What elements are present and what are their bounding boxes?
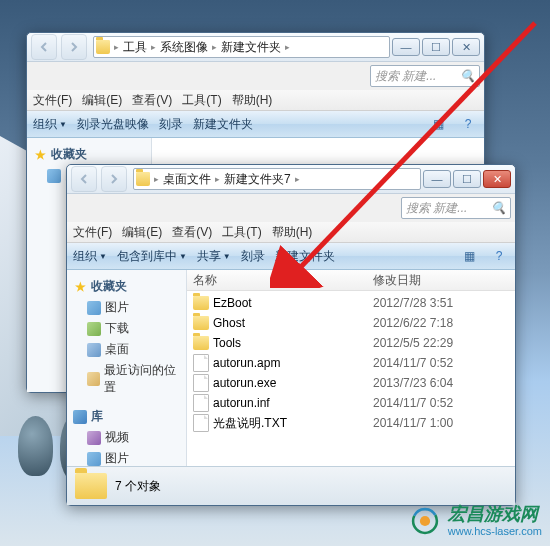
menu-file[interactable]: 文件(F) xyxy=(73,224,112,241)
minimize-button[interactable]: — xyxy=(392,38,420,56)
sidebar-item-recent[interactable]: 最近访问的位置 xyxy=(69,360,184,398)
nav-back-button[interactable] xyxy=(31,34,57,60)
menu-edit[interactable]: 编辑(E) xyxy=(122,224,162,241)
folder-icon xyxy=(193,316,209,330)
tool-burn[interactable]: 刻录 xyxy=(241,248,265,265)
close-button[interactable]: ✕ xyxy=(483,170,511,188)
tool-new-folder[interactable]: 新建文件夹 xyxy=(193,116,253,133)
menu-view[interactable]: 查看(V) xyxy=(172,224,212,241)
star-icon: ★ xyxy=(73,280,87,294)
file-date: 2014/11/7 1:00 xyxy=(373,416,453,430)
pictures-icon xyxy=(87,452,101,466)
maximize-button[interactable]: ☐ xyxy=(422,38,450,56)
search-icon: 🔍 xyxy=(460,69,475,83)
recent-icon xyxy=(87,372,100,386)
explorer-window-2: ▸ 桌面文件 ▸ 新建文件夹7 ▸ — ☐ ✕ 搜索 新建... 🔍 文件(F)… xyxy=(66,164,516,506)
sidebar-item-pictures[interactable]: 图片 xyxy=(69,448,184,466)
tool-new-folder[interactable]: 新建文件夹 xyxy=(275,248,335,265)
sidebar-item-videos[interactable]: 视频 xyxy=(69,427,184,448)
breadcrumb-segment[interactable]: 工具 xyxy=(123,39,147,56)
menu-bar: 文件(F) 编辑(E) 查看(V) 工具(T) 帮助(H) xyxy=(67,222,515,243)
file-row[interactable]: Ghost2012/6/22 7:18 xyxy=(187,313,515,333)
sidebar-item-pictures[interactable]: 图片 xyxy=(69,297,184,318)
column-name[interactable]: 名称 xyxy=(193,272,373,289)
breadcrumb-segment[interactable]: 系统图像 xyxy=(160,39,208,56)
chevron-right-icon: ▸ xyxy=(149,42,158,52)
chevron-right-icon: ▸ xyxy=(152,174,161,184)
file-date: 2012/5/5 22:29 xyxy=(373,336,453,350)
sidebar-item-downloads[interactable]: 下载 xyxy=(69,318,184,339)
videos-icon xyxy=(87,431,101,445)
address-bar[interactable]: ▸ 桌面文件 ▸ 新建文件夹7 ▸ xyxy=(133,168,421,190)
file-row[interactable]: autorun.apm2014/11/7 0:52 xyxy=(187,353,515,373)
view-options-icon[interactable]: ▦ xyxy=(428,114,448,134)
file-icon xyxy=(193,354,209,372)
watermark-logo-icon xyxy=(408,504,442,538)
sidebar-item-desktop[interactable]: 桌面 xyxy=(69,339,184,360)
chevron-right-icon: ▸ xyxy=(293,174,302,184)
title-bar[interactable]: ▸ 工具 ▸ 系统图像 ▸ 新建文件夹 ▸ — ☐ ✕ xyxy=(27,33,484,62)
library-icon xyxy=(73,410,87,424)
sidebar-favorites[interactable]: ★收藏夹 xyxy=(29,144,149,165)
tree-decor xyxy=(18,416,53,476)
menu-help[interactable]: 帮助(H) xyxy=(232,92,273,109)
file-name: autorun.inf xyxy=(213,396,270,410)
title-bar[interactable]: ▸ 桌面文件 ▸ 新建文件夹7 ▸ — ☐ ✕ xyxy=(67,165,515,194)
folder-icon xyxy=(193,336,209,350)
file-row[interactable]: Tools2012/5/5 22:29 xyxy=(187,333,515,353)
breadcrumb-segment[interactable]: 桌面文件 xyxy=(163,171,211,188)
address-bar[interactable]: ▸ 工具 ▸ 系统图像 ▸ 新建文件夹 ▸ xyxy=(93,36,390,58)
nav-back-button[interactable] xyxy=(71,166,97,192)
file-list: 名称 修改日期 EzBoot2012/7/28 3:51Ghost2012/6/… xyxy=(187,270,515,466)
nav-forward-button[interactable] xyxy=(61,34,87,60)
file-date: 2012/7/28 3:51 xyxy=(373,296,453,310)
menu-tools[interactable]: 工具(T) xyxy=(182,92,221,109)
toolbar: 组织▼ 刻录光盘映像 刻录 新建文件夹 ▦ ? xyxy=(27,111,484,138)
file-name: Ghost xyxy=(213,316,245,330)
breadcrumb-segment[interactable]: 新建文件夹 xyxy=(221,39,281,56)
search-input[interactable]: 搜索 新建... 🔍 xyxy=(370,65,480,87)
nav-forward-button[interactable] xyxy=(101,166,127,192)
menu-tools[interactable]: 工具(T) xyxy=(222,224,261,241)
search-placeholder: 搜索 新建... xyxy=(375,68,436,85)
file-date: 2014/11/7 0:52 xyxy=(373,396,453,410)
menu-bar: 文件(F) 编辑(E) 查看(V) 工具(T) 帮助(H) xyxy=(27,90,484,111)
column-headers[interactable]: 名称 修改日期 xyxy=(187,270,515,291)
tool-include[interactable]: 包含到库中▼ xyxy=(117,248,187,265)
svg-point-2 xyxy=(420,516,430,526)
folder-icon xyxy=(136,172,150,186)
file-row[interactable]: autorun.exe2013/7/23 6:04 xyxy=(187,373,515,393)
file-icon xyxy=(193,374,209,392)
menu-file[interactable]: 文件(F) xyxy=(33,92,72,109)
tool-organize[interactable]: 组织▼ xyxy=(33,116,67,133)
minimize-button[interactable]: — xyxy=(423,170,451,188)
watermark-url: www.hcs-laser.com xyxy=(448,525,542,537)
file-name: EzBoot xyxy=(213,296,252,310)
chevron-right-icon: ▸ xyxy=(283,42,292,52)
menu-edit[interactable]: 编辑(E) xyxy=(82,92,122,109)
file-name: Tools xyxy=(213,336,241,350)
tool-share[interactable]: 共享▼ xyxy=(197,248,231,265)
file-row[interactable]: autorun.inf2014/11/7 0:52 xyxy=(187,393,515,413)
breadcrumb-segment[interactable]: 新建文件夹7 xyxy=(224,171,291,188)
maximize-button[interactable]: ☐ xyxy=(453,170,481,188)
column-date[interactable]: 修改日期 xyxy=(373,272,421,289)
help-icon[interactable]: ? xyxy=(458,114,478,134)
file-row[interactable]: EzBoot2012/7/28 3:51 xyxy=(187,293,515,313)
close-button[interactable]: ✕ xyxy=(452,38,480,56)
sidebar-libraries[interactable]: 库 xyxy=(69,406,184,427)
chevron-right-icon: ▸ xyxy=(213,174,222,184)
file-row[interactable]: 光盘说明.TXT2014/11/7 1:00 xyxy=(187,413,515,433)
menu-help[interactable]: 帮助(H) xyxy=(272,224,313,241)
view-options-icon[interactable]: ▦ xyxy=(459,246,479,266)
sidebar-favorites[interactable]: ★收藏夹 xyxy=(69,276,184,297)
help-icon[interactable]: ? xyxy=(489,246,509,266)
tool-burn-image[interactable]: 刻录光盘映像 xyxy=(77,116,149,133)
tool-burn[interactable]: 刻录 xyxy=(159,116,183,133)
search-input[interactable]: 搜索 新建... 🔍 xyxy=(401,197,511,219)
chevron-right-icon: ▸ xyxy=(210,42,219,52)
tool-organize[interactable]: 组织▼ xyxy=(73,248,107,265)
toolbar: 组织▼ 包含到库中▼ 共享▼ 刻录 新建文件夹 ▦ ? xyxy=(67,243,515,270)
folder-icon xyxy=(96,40,110,54)
menu-view[interactable]: 查看(V) xyxy=(132,92,172,109)
